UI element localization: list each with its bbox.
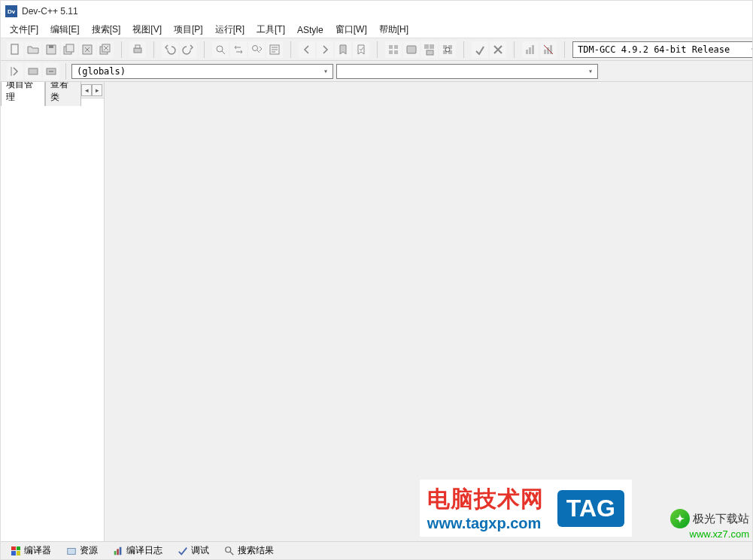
watermark2-title: 极光下载站 xyxy=(693,512,749,526)
svg-rect-18 xyxy=(424,44,429,49)
bottom-tab-compile-log-label: 编译日志 xyxy=(126,544,162,557)
sidebar-tab-project[interactable]: 项目管理 xyxy=(1,82,45,106)
save-button[interactable] xyxy=(43,41,59,58)
bottom-tab-resources[interactable]: 资源 xyxy=(59,542,105,559)
titlebar: Dv Dev-C++ 5.11 xyxy=(1,1,752,22)
compiler-profile-combo[interactable]: TDM-GCC 4.9.2 64-bit Release ▾ xyxy=(572,41,753,58)
aurora-logo-icon: ✦ xyxy=(670,509,690,528)
debug-button[interactable] xyxy=(472,41,488,58)
svg-rect-13 xyxy=(389,45,393,49)
bottom-tab-compiler-label: 编译器 xyxy=(24,544,51,557)
svg-rect-28 xyxy=(532,45,534,54)
bottom-tab-search-results-label: 搜索结果 xyxy=(238,544,274,557)
svg-rect-23 xyxy=(443,50,447,54)
member-combo[interactable]: ▾ xyxy=(336,64,598,79)
watermark-line1: 电脑技术网 xyxy=(427,484,544,515)
new-file-button[interactable] xyxy=(7,41,23,58)
print-button[interactable] xyxy=(129,41,146,58)
svg-rect-4 xyxy=(66,44,74,52)
svg-rect-33 xyxy=(29,68,38,74)
goto-bookmark-button[interactable] xyxy=(353,41,369,58)
svg-point-39 xyxy=(226,546,231,552)
svg-rect-20 xyxy=(427,50,433,55)
svg-rect-29 xyxy=(544,50,546,54)
watermark-line2: www.tagxp.com xyxy=(427,515,544,532)
svg-rect-17 xyxy=(407,46,416,53)
save-all-button[interactable] xyxy=(61,41,77,58)
open-file-button[interactable] xyxy=(25,41,41,58)
sidebar-tab-prev[interactable]: ◂ xyxy=(81,84,92,96)
bottom-tab-search-results[interactable]: 搜索结果 xyxy=(217,542,281,559)
main-area: 项目管理 查看类 ◂ ▸ 电脑技术网 www.tagxp.com TAG ✦ 极… xyxy=(1,82,752,541)
svg-rect-14 xyxy=(394,45,398,49)
sidebar-tabs: 项目管理 查看类 ◂ ▸ xyxy=(1,82,104,98)
profile-button[interactable] xyxy=(522,41,539,58)
close-file-button[interactable] xyxy=(79,41,96,58)
menu-tools[interactable]: 工具[T] xyxy=(250,22,291,38)
redo-button[interactable] xyxy=(180,41,196,58)
compile-run-button[interactable] xyxy=(421,41,438,58)
bottom-tab-debug[interactable]: 调试 xyxy=(171,542,216,559)
svg-rect-38 xyxy=(120,546,122,555)
watermark2-url: www.xz7.com xyxy=(690,528,749,540)
svg-rect-15 xyxy=(389,50,393,54)
svg-rect-16 xyxy=(394,50,398,54)
menu-help[interactable]: 帮助[H] xyxy=(373,22,414,38)
goto-line-button[interactable] xyxy=(266,41,283,58)
scope-combo[interactable]: (globals) ▾ xyxy=(71,64,333,79)
bottom-tab-compile-log[interactable]: 编译日志 xyxy=(106,542,169,559)
search-icon xyxy=(224,546,235,556)
find-button[interactable] xyxy=(212,41,229,58)
menu-edit[interactable]: 编辑[E] xyxy=(44,22,86,38)
class-toolbar: (globals) ▾ ▾ xyxy=(1,61,752,82)
watermark-xz7: ✦ 极光下载站 www.xz7.com xyxy=(670,509,749,540)
replace-button[interactable] xyxy=(230,41,247,58)
svg-rect-8 xyxy=(134,48,141,53)
menu-file[interactable]: 文件[F] xyxy=(4,22,44,38)
svg-rect-35 xyxy=(68,548,76,554)
svg-rect-2 xyxy=(49,45,53,48)
menu-run[interactable]: 运行[R] xyxy=(209,22,250,38)
svg-rect-9 xyxy=(135,45,140,48)
svg-rect-32 xyxy=(11,67,12,76)
rebuild-button[interactable] xyxy=(439,41,456,58)
menu-window[interactable]: 窗口[W] xyxy=(329,22,373,38)
menu-astyle[interactable]: AStyle xyxy=(291,23,329,37)
sidebar-tab-next[interactable]: ▸ xyxy=(92,84,102,96)
stop-debug-button[interactable] xyxy=(490,41,506,58)
main-toolbar: TDM-GCC 4.9.2 64-bit Release ▾ xyxy=(1,38,752,61)
menu-project[interactable]: 项目[P] xyxy=(168,22,209,38)
sidebar-tab-classes[interactable]: 查看类 xyxy=(45,82,81,106)
bottom-tab-compiler[interactable]: 编译器 xyxy=(4,542,58,559)
svg-rect-21 xyxy=(443,45,447,49)
resources-icon xyxy=(66,546,77,556)
bookmark-button[interactable] xyxy=(335,41,351,58)
chevron-down-icon: ▾ xyxy=(323,67,328,75)
nav-forward-button[interactable] xyxy=(317,41,333,58)
chevron-down-icon: ▾ xyxy=(588,67,593,75)
goto-button[interactable] xyxy=(43,63,59,80)
project-tree[interactable] xyxy=(1,98,104,541)
menubar: 文件[F] 编辑[E] 搜索[S] 视图[V] 项目[P] 运行[R] 工具[T… xyxy=(1,22,752,38)
watermark-tag-badge: TAG xyxy=(557,490,624,527)
close-all-button[interactable] xyxy=(97,41,114,58)
compile-button[interactable] xyxy=(385,41,402,58)
svg-point-25 xyxy=(445,47,450,52)
scope-value: (globals) xyxy=(77,66,126,77)
svg-rect-19 xyxy=(430,44,434,49)
svg-rect-0 xyxy=(11,44,18,54)
svg-rect-27 xyxy=(529,47,531,54)
editor-area: 电脑技术网 www.tagxp.com TAG ✦ 极光下载站 www.xz7.… xyxy=(105,82,752,541)
insert-button[interactable] xyxy=(7,63,23,80)
undo-button[interactable] xyxy=(162,41,178,58)
find-next-button[interactable] xyxy=(248,41,265,58)
svg-rect-22 xyxy=(448,45,452,49)
compiler-profile-value: TDM-GCC 4.9.2 64-bit Release xyxy=(578,44,730,55)
delete-profile-button[interactable] xyxy=(540,41,557,58)
toggle-button[interactable] xyxy=(25,63,41,80)
run-button[interactable] xyxy=(403,41,420,58)
menu-search[interactable]: 搜索[S] xyxy=(86,22,127,38)
svg-point-11 xyxy=(253,45,258,50)
menu-view[interactable]: 视图[V] xyxy=(126,22,168,38)
nav-back-button[interactable] xyxy=(299,41,315,58)
